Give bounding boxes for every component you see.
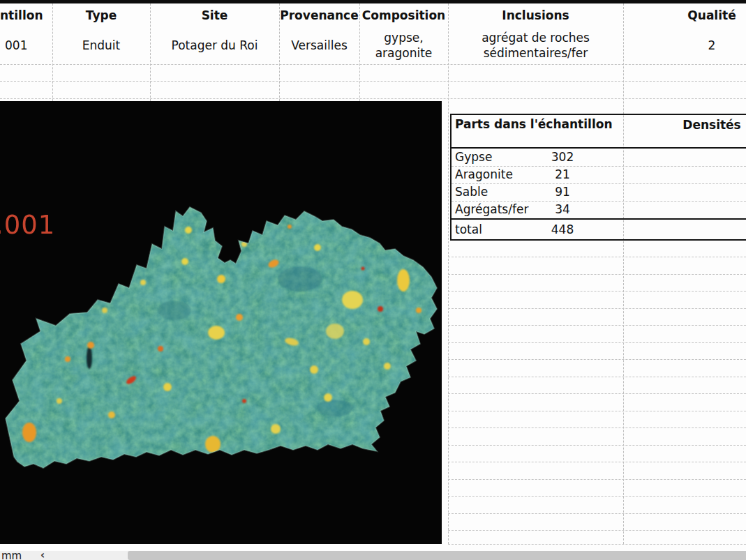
column-header-qualite: Qualité xyxy=(623,3,746,27)
cell-composition[interactable]: gypse, aragonite xyxy=(359,27,448,64)
cell-provenance[interactable]: Versailles xyxy=(279,27,359,64)
column-header-qualite-label: Qualité xyxy=(687,8,736,22)
parts-table-border-total-top xyxy=(450,218,746,220)
column-header-inclusions: Inclusions xyxy=(448,3,623,27)
ct-scan-sample-graphic xyxy=(0,101,442,544)
column-header-type: Type xyxy=(52,3,150,27)
composition-line1: gypse, xyxy=(384,30,423,45)
parts-table-densities-header: Densités xyxy=(623,117,746,133)
cell-qualite[interactable]: 2 xyxy=(623,27,746,64)
cell-inclusions[interactable]: agrégat de roches sédimentaires/fer xyxy=(448,27,623,64)
parts-total-value: 448 xyxy=(528,220,597,239)
column-header-site-label: Site xyxy=(202,8,228,22)
column-header-provenance-label: Provenance xyxy=(280,8,358,22)
provenance-text: Versailles xyxy=(291,38,348,53)
parts-row-value: 34 xyxy=(528,201,597,218)
column-header-provenance: Provenance xyxy=(279,3,359,27)
scan-sample-id-label: .001 xyxy=(0,210,55,240)
parts-table-border-bottom xyxy=(450,239,746,241)
parts-row-name: Aragonite xyxy=(450,166,539,183)
cell-site[interactable]: Potager du Roi xyxy=(150,27,279,64)
parts-row-name: Agrégats/fer xyxy=(450,201,539,218)
parts-row-value: 21 xyxy=(528,166,597,183)
type-text: Enduit xyxy=(82,38,120,53)
unit-label: mm xyxy=(1,550,22,560)
parts-row-value: 91 xyxy=(528,183,597,201)
parts-total-name: total xyxy=(450,220,539,239)
qualite-text: 2 xyxy=(708,38,716,53)
parts-table-title: Parts dans l'échantillon xyxy=(455,117,613,131)
scroll-left-icon[interactable]: ‹ xyxy=(40,550,45,560)
spreadsheet-sheet: ntillon Type Site Provenance Composition… xyxy=(0,0,746,560)
horizontal-scrollbar-thumb[interactable] xyxy=(128,551,746,560)
parts-row-value: 302 xyxy=(528,149,597,166)
column-header-type-label: Type xyxy=(86,8,117,22)
cell-type[interactable]: Enduit xyxy=(52,27,150,64)
cell-sample-id[interactable]: 001 xyxy=(0,27,52,64)
parts-table-border-top xyxy=(450,114,746,115)
column-header-composition: Composition xyxy=(359,3,448,27)
column-header-echantillon: ntillon xyxy=(0,3,52,27)
parts-row-name: Gypse xyxy=(450,149,539,166)
ct-scan-image: .001 xyxy=(0,101,442,544)
sample-id-text: 001 xyxy=(5,38,27,53)
column-header-composition-label: Composition xyxy=(362,8,445,22)
parts-row-name: Sable xyxy=(450,183,539,201)
composition-line2: aragonite xyxy=(375,45,433,61)
inclusions-line2: sédimentaires/fer xyxy=(484,45,588,61)
site-text: Potager du Roi xyxy=(172,38,258,53)
inclusions-line1: agrégat de roches xyxy=(482,30,590,45)
column-header-site: Site xyxy=(150,3,279,27)
column-header-inclusions-label: Inclusions xyxy=(502,8,569,22)
column-header-echantillon-label: ntillon xyxy=(0,8,43,22)
densities-header-text: Densités xyxy=(682,118,740,132)
